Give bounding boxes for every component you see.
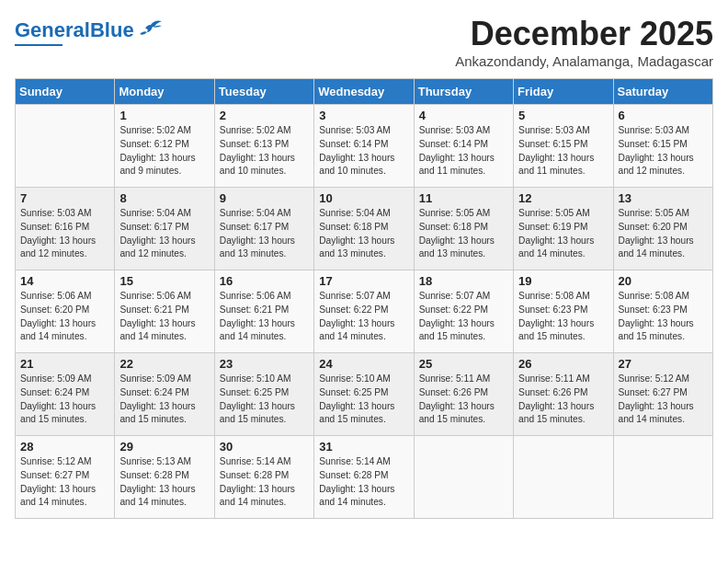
day-info: Sunrise: 5:03 AM Sunset: 6:14 PM Dayligh… — [419, 124, 508, 178]
calendar-cell: 3Sunrise: 5:03 AM Sunset: 6:14 PM Daylig… — [314, 105, 414, 188]
calendar-cell: 16Sunrise: 5:06 AM Sunset: 6:21 PM Dayli… — [214, 270, 313, 353]
day-info: Sunrise: 5:11 AM Sunset: 6:26 PM Dayligh… — [419, 373, 508, 427]
calendar-cell — [514, 436, 613, 519]
day-number: 6 — [619, 109, 708, 122]
weekday-header-wednesday: Wednesday — [314, 79, 414, 105]
day-info: Sunrise: 5:08 AM Sunset: 6:23 PM Dayligh… — [619, 290, 708, 344]
day-number: 7 — [20, 191, 109, 205]
day-info: Sunrise: 5:04 AM Sunset: 6:18 PM Dayligh… — [319, 207, 408, 261]
day-number: 18 — [419, 274, 508, 288]
calendar-cell: 11Sunrise: 5:05 AM Sunset: 6:18 PM Dayli… — [414, 188, 513, 270]
day-info: Sunrise: 5:08 AM Sunset: 6:23 PM Dayligh… — [518, 290, 608, 344]
calendar-cell: 9Sunrise: 5:04 AM Sunset: 6:17 PM Daylig… — [214, 188, 313, 270]
day-info: Sunrise: 5:06 AM Sunset: 6:21 PM Dayligh… — [220, 290, 309, 344]
day-info: Sunrise: 5:06 AM Sunset: 6:21 PM Dayligh… — [119, 290, 209, 344]
weekday-header-row: SundayMondayTuesdayWednesdayThursdayFrid… — [16, 79, 713, 105]
calendar-cell: 25Sunrise: 5:11 AM Sunset: 6:26 PM Dayli… — [414, 353, 513, 436]
calendar-cell: 17Sunrise: 5:07 AM Sunset: 6:22 PM Dayli… — [314, 270, 414, 353]
weekday-header-monday: Monday — [115, 79, 214, 105]
day-info: Sunrise: 5:05 AM Sunset: 6:18 PM Dayligh… — [419, 207, 508, 261]
weekday-header-sunday: Sunday — [16, 79, 115, 105]
day-number: 27 — [619, 357, 708, 371]
day-number: 24 — [319, 357, 408, 371]
day-info: Sunrise: 5:09 AM Sunset: 6:24 PM Dayligh… — [20, 373, 109, 427]
calendar-cell: 31Sunrise: 5:14 AM Sunset: 6:28 PM Dayli… — [314, 436, 414, 519]
day-number: 22 — [119, 357, 209, 371]
calendar-week-row: 1Sunrise: 5:02 AM Sunset: 6:12 PM Daylig… — [16, 105, 713, 188]
calendar-cell: 12Sunrise: 5:05 AM Sunset: 6:19 PM Dayli… — [514, 188, 613, 270]
day-number: 29 — [119, 440, 209, 454]
calendar-cell: 20Sunrise: 5:08 AM Sunset: 6:23 PM Dayli… — [613, 270, 712, 353]
calendar-cell — [16, 105, 115, 188]
calendar-cell: 4Sunrise: 5:03 AM Sunset: 6:14 PM Daylig… — [414, 105, 513, 188]
day-number: 23 — [220, 357, 309, 371]
calendar-cell: 5Sunrise: 5:03 AM Sunset: 6:15 PM Daylig… — [514, 105, 613, 188]
weekday-header-friday: Friday — [514, 79, 613, 105]
day-number: 19 — [518, 274, 608, 288]
page-header: GeneralBlue December 2025 Ankazondandy, … — [15, 15, 713, 69]
day-number: 25 — [419, 357, 508, 371]
day-info: Sunrise: 5:10 AM Sunset: 6:25 PM Dayligh… — [220, 373, 309, 427]
day-info: Sunrise: 5:05 AM Sunset: 6:20 PM Dayligh… — [619, 207, 708, 261]
day-number: 8 — [119, 191, 209, 205]
day-info: Sunrise: 5:02 AM Sunset: 6:12 PM Dayligh… — [119, 124, 209, 178]
calendar-cell: 7Sunrise: 5:03 AM Sunset: 6:16 PM Daylig… — [16, 188, 115, 270]
day-info: Sunrise: 5:02 AM Sunset: 6:13 PM Dayligh… — [220, 124, 309, 178]
weekday-header-saturday: Saturday — [613, 79, 712, 105]
day-number: 15 — [119, 274, 209, 288]
day-info: Sunrise: 5:09 AM Sunset: 6:24 PM Dayligh… — [119, 373, 209, 427]
calendar-cell: 1Sunrise: 5:02 AM Sunset: 6:12 PM Daylig… — [115, 105, 214, 188]
calendar-week-row: 7Sunrise: 5:03 AM Sunset: 6:16 PM Daylig… — [16, 188, 713, 270]
day-info: Sunrise: 5:11 AM Sunset: 6:26 PM Dayligh… — [518, 373, 608, 427]
day-info: Sunrise: 5:12 AM Sunset: 6:27 PM Dayligh… — [20, 455, 109, 510]
calendar-cell: 28Sunrise: 5:12 AM Sunset: 6:27 PM Dayli… — [16, 436, 115, 519]
day-number: 16 — [220, 274, 309, 288]
calendar-cell: 19Sunrise: 5:08 AM Sunset: 6:23 PM Dayli… — [514, 270, 613, 353]
logo-text: GeneralBlue — [15, 18, 134, 42]
day-info: Sunrise: 5:07 AM Sunset: 6:22 PM Dayligh… — [419, 290, 508, 344]
day-info: Sunrise: 5:04 AM Sunset: 6:17 PM Dayligh… — [220, 207, 309, 261]
day-number: 3 — [319, 109, 408, 122]
calendar-cell: 29Sunrise: 5:13 AM Sunset: 6:28 PM Dayli… — [115, 436, 214, 519]
day-number: 11 — [419, 191, 508, 205]
weekday-header-thursday: Thursday — [414, 79, 513, 105]
calendar-cell — [414, 436, 513, 519]
calendar-cell: 10Sunrise: 5:04 AM Sunset: 6:18 PM Dayli… — [314, 188, 414, 270]
day-info: Sunrise: 5:06 AM Sunset: 6:20 PM Dayligh… — [20, 290, 109, 344]
day-info: Sunrise: 5:03 AM Sunset: 6:15 PM Dayligh… — [518, 124, 608, 178]
calendar-table: SundayMondayTuesdayWednesdayThursdayFrid… — [15, 78, 713, 519]
day-number: 28 — [20, 440, 109, 454]
calendar-cell: 8Sunrise: 5:04 AM Sunset: 6:17 PM Daylig… — [115, 188, 214, 270]
calendar-week-row: 14Sunrise: 5:06 AM Sunset: 6:20 PM Dayli… — [16, 270, 713, 353]
day-info: Sunrise: 5:12 AM Sunset: 6:27 PM Dayligh… — [619, 373, 708, 427]
month-title: December 2025 — [455, 15, 713, 53]
logo-bird-icon — [138, 19, 164, 38]
day-info: Sunrise: 5:14 AM Sunset: 6:28 PM Dayligh… — [319, 455, 408, 510]
calendar-cell: 21Sunrise: 5:09 AM Sunset: 6:24 PM Dayli… — [16, 353, 115, 436]
day-number: 30 — [220, 440, 309, 454]
day-number: 13 — [619, 191, 708, 205]
calendar-cell: 24Sunrise: 5:10 AM Sunset: 6:25 PM Dayli… — [314, 353, 414, 436]
logo: GeneralBlue — [15, 18, 164, 46]
calendar-cell: 14Sunrise: 5:06 AM Sunset: 6:20 PM Dayli… — [16, 270, 115, 353]
day-info: Sunrise: 5:14 AM Sunset: 6:28 PM Dayligh… — [220, 455, 309, 510]
calendar-cell: 18Sunrise: 5:07 AM Sunset: 6:22 PM Dayli… — [414, 270, 513, 353]
calendar-cell: 23Sunrise: 5:10 AM Sunset: 6:25 PM Dayli… — [214, 353, 313, 436]
day-number: 9 — [220, 191, 309, 205]
location-subtitle: Ankazondandy, Analamanga, Madagascar — [455, 53, 713, 69]
calendar-cell: 30Sunrise: 5:14 AM Sunset: 6:28 PM Dayli… — [214, 436, 313, 519]
calendar-week-row: 21Sunrise: 5:09 AM Sunset: 6:24 PM Dayli… — [16, 353, 713, 436]
calendar-cell: 2Sunrise: 5:02 AM Sunset: 6:13 PM Daylig… — [214, 105, 313, 188]
day-info: Sunrise: 5:03 AM Sunset: 6:15 PM Dayligh… — [619, 124, 708, 178]
day-number: 31 — [319, 440, 408, 454]
calendar-cell: 13Sunrise: 5:05 AM Sunset: 6:20 PM Dayli… — [613, 188, 712, 270]
day-number: 14 — [20, 274, 109, 288]
day-number: 12 — [518, 191, 608, 205]
day-number: 1 — [119, 109, 209, 122]
day-number: 17 — [319, 274, 408, 288]
calendar-week-row: 28Sunrise: 5:12 AM Sunset: 6:27 PM Dayli… — [16, 436, 713, 519]
day-info: Sunrise: 5:10 AM Sunset: 6:25 PM Dayligh… — [319, 373, 408, 427]
day-number: 2 — [220, 109, 309, 122]
weekday-header-tuesday: Tuesday — [214, 79, 313, 105]
day-number: 4 — [419, 109, 508, 122]
